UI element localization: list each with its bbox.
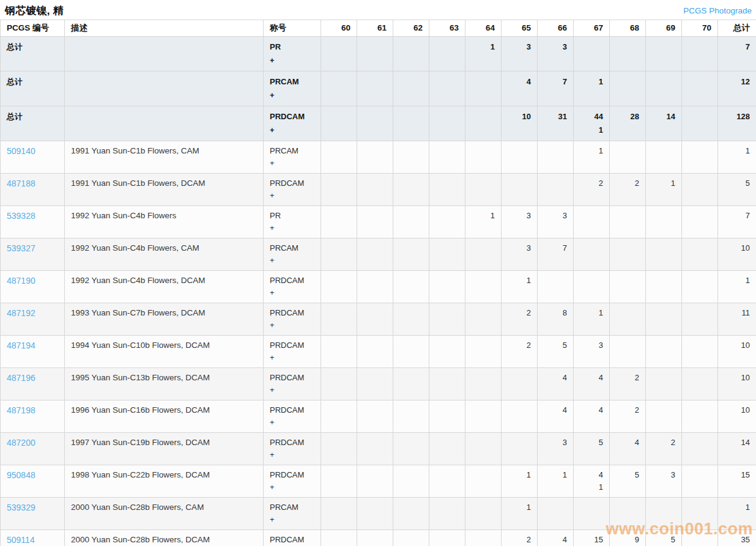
- designation-plus-label: +: [270, 157, 314, 169]
- grade-count: 5: [544, 339, 567, 352]
- pcgs-number-link[interactable]: 509140: [7, 146, 35, 156]
- grade-count-cell: [502, 141, 538, 174]
- grade-count-cell: [610, 271, 646, 303]
- grade-count-cell: [682, 141, 718, 174]
- grade-count-cell: [357, 37, 393, 72]
- grade-count-cell: [393, 271, 429, 303]
- coin-description-cell: 1995 Yuan Sun-C13b Flowers, DCAM: [65, 368, 264, 400]
- grade-count-cell: [429, 37, 465, 72]
- grade-count: 31: [544, 110, 567, 124]
- grade-count-cell: [393, 465, 429, 498]
- total-count-cell: 5: [718, 174, 756, 206]
- grade-count: 1: [580, 307, 603, 319]
- grade-count: 44: [580, 110, 603, 124]
- grade-count-cell: [429, 206, 465, 238]
- grade-count-cell: 3: [538, 37, 574, 72]
- grade-count-cell: 441: [574, 106, 610, 141]
- total-count: 10: [724, 242, 750, 254]
- grade-count-cell: [429, 303, 465, 336]
- grade-count-cell: 1: [574, 141, 610, 174]
- grade-count-cell: [393, 206, 429, 238]
- grade-count-cell: [429, 530, 465, 546]
- grade-count-cell: 9: [610, 530, 646, 546]
- designation-cell: PRCAM+: [264, 141, 321, 174]
- coin-row: 5091142000 Yuan Sun-C28b Flowers, DCAMPR…: [1, 530, 756, 546]
- grade-count-cell: [321, 465, 357, 498]
- empty-description-cell: [65, 37, 264, 72]
- grade-count: 2: [508, 307, 531, 319]
- grade-count-cell: [321, 271, 357, 303]
- pcgs-number-link[interactable]: 539328: [7, 211, 35, 221]
- grade-count-cell: [465, 271, 502, 303]
- grade-count: 28: [616, 110, 639, 124]
- grade-count-cell: [682, 498, 718, 530]
- grade-count-cell: [465, 433, 502, 465]
- total-count-cell: 1: [718, 498, 756, 530]
- pcgs-number-link[interactable]: 487190: [7, 276, 35, 286]
- grade-count: 8: [544, 307, 567, 319]
- grade-count-cell: [429, 271, 465, 303]
- grade-count-cell: 7: [538, 238, 574, 271]
- totals-row: 总计PRDCAM+10314412814128: [1, 106, 756, 141]
- grade-count-cell: [465, 238, 502, 271]
- designation-plus-label: +: [270, 416, 314, 429]
- grade-count: 3: [544, 437, 567, 449]
- grade-plus-count: 1: [580, 481, 603, 493]
- designation-label: PRDCAM: [270, 404, 314, 416]
- grade-count-cell: [393, 238, 429, 271]
- grade-count-cell: [429, 106, 465, 141]
- coin-description-cell: 1992 Yuan Sun-C4b Flowers, DCAM: [65, 271, 264, 303]
- designation-cell: PR+: [264, 206, 321, 238]
- designation-cell: PRDCAM+: [264, 303, 321, 336]
- grade-count-cell: [465, 400, 502, 433]
- pcgs-number-link[interactable]: 487196: [7, 373, 35, 383]
- grade-count-cell: 5: [574, 433, 610, 465]
- pcgs-number-link[interactable]: 539329: [7, 503, 35, 512]
- grade-count: 2: [616, 404, 639, 416]
- grade-count-cell: 8: [538, 303, 574, 336]
- grade-count: 2: [616, 372, 639, 384]
- grade-count: 15: [580, 534, 603, 546]
- grade-count-cell: [357, 498, 393, 530]
- total-count: 1: [724, 145, 750, 157]
- designation-cell: PRDCAM+: [264, 336, 321, 368]
- grade-count-cell: [682, 238, 718, 271]
- pcgs-number-link[interactable]: 487194: [7, 341, 35, 350]
- grade-count-cell: 1: [502, 498, 538, 530]
- pcgs-number-link[interactable]: 487198: [7, 405, 35, 415]
- grade-count-cell: [682, 368, 718, 400]
- grade-count-cell: [321, 303, 357, 336]
- grade-count-cell: [393, 106, 429, 141]
- grade-count-cell: [502, 174, 538, 206]
- pcgs-number-link[interactable]: 487200: [7, 438, 35, 448]
- pcgs-number-link[interactable]: 487188: [7, 179, 35, 188]
- grade-count-cell: [502, 433, 538, 465]
- total-count: 11: [724, 307, 750, 319]
- grade-count-cell: 2: [610, 400, 646, 433]
- pcgs-photograde-link[interactable]: PCGS Photograde: [683, 6, 752, 15]
- grade-count-cell: [429, 141, 465, 174]
- grade-count: 4: [544, 534, 567, 546]
- population-table: PCGS 编号描述称号6061626364656667686970总计 总计PR…: [0, 20, 756, 546]
- grade-count: 2: [508, 339, 531, 352]
- pcgs-number-cell: 487196: [1, 368, 65, 400]
- pcgs-number-link[interactable]: 487192: [7, 308, 35, 318]
- designation-label: PRCAM: [270, 242, 314, 254]
- designation-cell: PRCAM+: [264, 238, 321, 271]
- grade-count-cell: 4: [574, 368, 610, 400]
- table-header-row: PCGS 编号描述称号6061626364656667686970总计: [1, 20, 756, 37]
- column-header-grade-70: 70: [682, 20, 718, 37]
- pcgs-number-link[interactable]: 950848: [7, 470, 35, 480]
- pcgs-number-link[interactable]: 509114: [7, 535, 35, 545]
- grade-count-cell: [321, 433, 357, 465]
- grade-count-cell: [321, 206, 357, 238]
- grade-count: 1: [508, 501, 531, 514]
- pcgs-number-link[interactable]: 539327: [7, 243, 35, 253]
- total-count: 5: [724, 177, 750, 190]
- grade-count-cell: 1: [538, 465, 574, 498]
- grade-count-cell: [610, 141, 646, 174]
- grade-count-cell: 2: [502, 303, 538, 336]
- coin-description-cell: 1992 Yuan Sun-C4b Flowers, CAM: [65, 238, 264, 271]
- grade-count-cell: [682, 530, 718, 546]
- grade-count: 4: [544, 404, 567, 416]
